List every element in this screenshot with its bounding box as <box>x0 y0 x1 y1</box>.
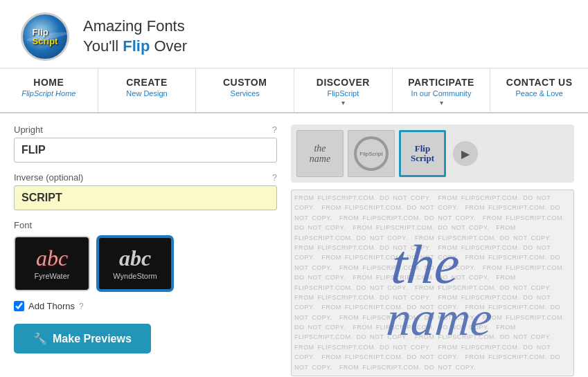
thumb-1-text: thename <box>310 143 330 165</box>
logo-flip: Flip <box>33 27 48 37</box>
thumb-1[interactable]: thename <box>296 130 344 177</box>
add-thorns-label: Add Thorns <box>28 301 75 311</box>
thumb-2-circle: FlipScript <box>354 136 389 171</box>
nav-contact-main: CONTACT US <box>496 77 582 88</box>
font-option-wyndestorm[interactable]: abc WyndeStorm <box>97 236 173 291</box>
upright-help[interactable]: ? <box>272 125 277 135</box>
preview-thumbs: thename FlipScript FlipScript ▶ <box>291 125 574 183</box>
nav-item-discover[interactable]: DISCOVER FlipScript ▾ <box>294 68 393 112</box>
nav-custom-sub: Services <box>202 89 288 98</box>
preview-art-svg: the name <box>383 207 549 359</box>
nav-home-sub: FlipScript Home <box>6 89 92 98</box>
nav-create-sub: New Design <box>104 89 190 98</box>
nav-discover-sub: FlipScript <box>300 89 386 98</box>
add-thorns-checkbox[interactable] <box>14 301 24 311</box>
svg-text:the: the <box>389 234 461 295</box>
nav-item-contact[interactable]: CONTACT US Peace & Love <box>490 68 588 112</box>
svg-text:name: name <box>384 292 494 345</box>
preview-main: FROM FLIPSCRIPT.COM. DO NOT COPY. FROM F… <box>291 190 574 376</box>
nav-item-custom[interactable]: CUSTOM Services <box>196 68 294 112</box>
nav-custom-main: CUSTOM <box>202 77 288 88</box>
nav-contact-sub: Peace & Love <box>496 89 582 98</box>
header: Flip Script Amazing Fonts You'll Flip Ov… <box>0 0 588 68</box>
thumb-2-label: FlipScript <box>359 151 382 157</box>
nav-participate-main: PARTICIPATE <box>398 77 485 88</box>
nav-item-home[interactable]: HOME FlipScript Home <box>0 68 98 112</box>
thumb-3-text: FlipScript <box>411 144 434 164</box>
wrench-icon: 🔧 <box>33 332 47 345</box>
thumb-2[interactable]: FlipScript <box>348 130 395 177</box>
logo-text: Flip Script <box>33 28 58 46</box>
nav: HOME FlipScript Home CREATE New Design C… <box>0 68 588 113</box>
thumb-3[interactable]: FlipScript <box>399 130 446 177</box>
font-label: Font <box>14 220 277 230</box>
preview-art-container: the name <box>383 207 549 362</box>
logo-script: Script <box>33 36 58 46</box>
upright-label: Upright <box>14 125 43 135</box>
inverse-field-group: Inverse (optional) ? <box>14 172 277 210</box>
left-panel: Upright ? Inverse (optional) ? Font abc … <box>14 125 277 376</box>
font-fyre-name: FyreWater <box>35 272 70 280</box>
upright-field-group: Upright ? <box>14 125 277 163</box>
inverse-help[interactable]: ? <box>272 172 277 183</box>
tagline-line2: You'll Flip Over <box>83 37 187 57</box>
font-option-fyrewater[interactable]: abc FyreWater <box>14 236 90 291</box>
font-wynde-name: WyndeStorm <box>113 272 157 280</box>
inverse-label: Inverse (optional) <box>14 172 83 183</box>
tagline-post: Over <box>150 37 187 55</box>
nav-participate-caret: ▾ <box>398 99 485 107</box>
nav-create-main: CREATE <box>104 77 190 88</box>
right-panel: thename FlipScript FlipScript ▶ FROM FLI… <box>291 125 574 376</box>
tagline-flip: Flip <box>123 37 150 55</box>
make-previews-label: Make Previews <box>53 333 132 345</box>
inverse-input[interactable] <box>14 185 277 210</box>
add-thorns-help[interactable]: ? <box>79 302 84 311</box>
font-fyre-preview: abc <box>36 247 68 269</box>
logo-area: Flip Script <box>21 12 69 61</box>
nav-item-participate[interactable]: PARTICIPATE In our Community ▾ <box>393 68 491 112</box>
font-section: Font abc FyreWater abc WyndeStorm <box>14 220 277 291</box>
font-wynde-preview: abc <box>119 247 151 269</box>
make-previews-button[interactable]: 🔧 Make Previews <box>14 324 151 353</box>
nav-discover-caret: ▾ <box>300 99 386 107</box>
logo-globe: Flip Script <box>21 12 69 61</box>
play-button[interactable]: ▶ <box>453 141 478 166</box>
upright-input[interactable] <box>14 138 277 163</box>
nav-item-create[interactable]: CREATE New Design <box>98 68 197 112</box>
upright-label-row: Upright ? <box>14 125 277 135</box>
main-content: Upright ? Inverse (optional) ? Font abc … <box>0 113 588 377</box>
font-options: abc FyreWater abc WyndeStorm <box>14 236 277 291</box>
tagline-pre: You'll <box>83 37 123 55</box>
add-thorns-row: Add Thorns ? <box>14 301 277 311</box>
inverse-label-row: Inverse (optional) ? <box>14 172 277 183</box>
header-tagline: Amazing Fonts You'll Flip Over <box>83 17 187 56</box>
nav-home-main: HOME <box>6 77 92 88</box>
nav-participate-sub: In our Community <box>398 89 485 98</box>
tagline-line1: Amazing Fonts <box>83 17 187 37</box>
nav-discover-main: DISCOVER <box>300 77 386 88</box>
play-icon: ▶ <box>461 147 470 160</box>
